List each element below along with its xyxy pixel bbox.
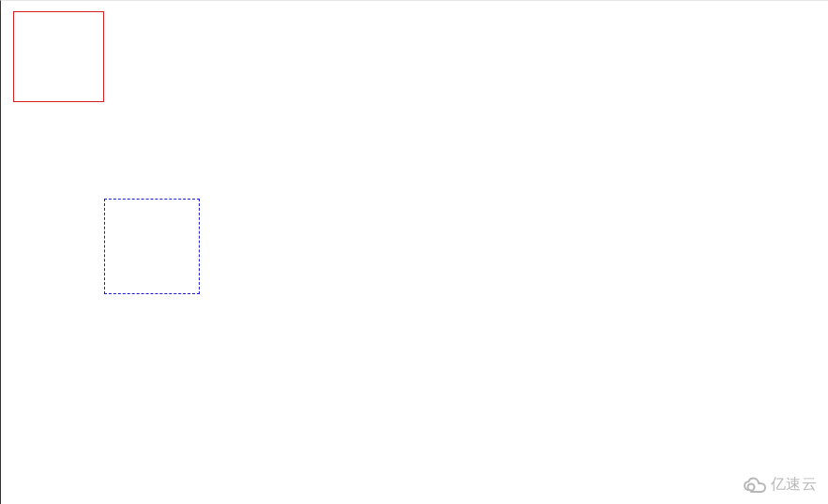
watermark: 亿速云 [743,475,818,495]
cloud-loop-icon [743,477,767,494]
red-solid-box [13,11,104,102]
blue-dashed-box [104,199,200,294]
watermark-text: 亿速云 [771,475,818,495]
demo-viewport: 亿速云 [0,0,828,504]
svg-point-0 [747,483,754,490]
